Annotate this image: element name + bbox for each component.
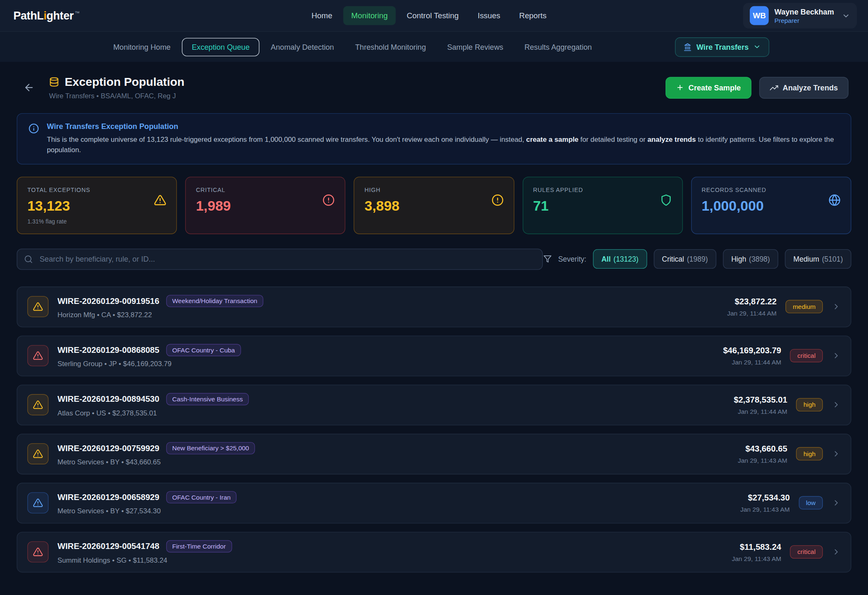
logo-text-pre: PathL	[13, 9, 44, 22]
row-subtitle: Metro Services • BY • $27,534.30	[57, 507, 237, 515]
row-right: $46,169,203.79 Jan 29, 11:44 AM critical	[723, 346, 841, 366]
create-sample-button[interactable]: Create Sample	[666, 77, 751, 98]
exception-row[interactable]: WIRE-20260129-00759929 New Beneficiary >…	[17, 433, 851, 474]
search-icon	[24, 255, 33, 264]
chip-label: High	[731, 255, 746, 263]
stat-sub: 1.31% flag rate	[27, 218, 166, 224]
amount: $27,534.30	[740, 493, 790, 503]
row-right: $11,583.24 Jan 29, 11:43 AM critical	[732, 542, 841, 562]
banner-bold-analyze-trends: analyze trends	[647, 136, 696, 143]
page-header: Exception Population Wire Transfers • BS…	[0, 62, 868, 111]
user-meta: Wayne Beckham Preparer	[774, 7, 834, 24]
subnav-threshold-monitoring[interactable]: Threshold Monitoring	[345, 38, 436, 56]
amount: $43,660.65	[738, 444, 787, 453]
amount: $23,872.22	[727, 296, 776, 306]
rule-tag: OFAC Country - Cuba	[166, 344, 241, 356]
chevron-right-icon[interactable]	[832, 547, 841, 556]
stat-cards: TOTAL EXCEPTIONS 13,123 1.31% flag rate …	[17, 177, 851, 234]
rule-tag: OFAC Country - Iran	[166, 491, 237, 503]
banner-bold-create-sample: create a sample	[526, 136, 578, 143]
row-subtitle: Metro Services • BY • $43,660.65	[57, 458, 255, 466]
warning-triangle-icon	[27, 492, 49, 513]
banner-text-2: for detailed testing or	[578, 136, 647, 143]
filter-icon	[543, 255, 551, 263]
search-input[interactable]	[17, 248, 543, 270]
exception-row[interactable]: WIRE-20260129-00541748 First-Time Corrid…	[17, 532, 851, 572]
primary-nav: Home Monitoring Control Testing Issues R…	[304, 6, 554, 25]
chevron-right-icon[interactable]	[832, 400, 841, 409]
page-subtitle: Wire Transfers • BSA/AML, OFAC, Reg J	[49, 92, 184, 100]
banner-title: Wire Transfers Exception Population	[47, 122, 840, 130]
stat-label: HIGH	[364, 186, 503, 192]
filter-chip-high[interactable]: High (3898)	[723, 249, 778, 269]
warning-triangle-icon	[27, 296, 49, 317]
chevron-right-icon[interactable]	[832, 351, 841, 360]
exception-row[interactable]: WIRE-20260129-00919516 Weekend/Holiday T…	[17, 286, 851, 327]
filter-chip-medium[interactable]: Medium (5101)	[785, 249, 851, 269]
create-sample-label: Create Sample	[688, 83, 741, 92]
nav-issues[interactable]: Issues	[470, 6, 508, 25]
avatar: WB	[750, 6, 769, 25]
info-banner: Wire Transfers Exception Population This…	[17, 113, 851, 164]
filter-chip-critical[interactable]: Critical (1989)	[653, 249, 716, 269]
user-menu[interactable]: WB Wayne Beckham Preparer	[743, 3, 857, 29]
chip-count: (5101)	[822, 255, 843, 263]
stat-total-exceptions: TOTAL EXCEPTIONS 13,123 1.31% flag rate	[17, 177, 177, 234]
row-right: $27,534.30 Jan 29, 11:43 AM low	[740, 493, 841, 513]
info-icon	[29, 123, 39, 155]
stat-rules-applied: RULES APPLIED 71	[522, 177, 683, 234]
subnav-monitoring-home[interactable]: Monitoring Home	[103, 38, 181, 56]
exception-row[interactable]: WIRE-20260129-00868085 OFAC Country - Cu…	[17, 335, 851, 376]
subnav-results-aggregation[interactable]: Results Aggregation	[514, 38, 602, 56]
exception-list: WIRE-20260129-00919516 Weekend/Holiday T…	[17, 286, 851, 572]
chevron-right-icon[interactable]	[832, 498, 841, 508]
app-logo[interactable]: PathLighter™	[13, 9, 79, 22]
row-main: WIRE-20260129-00541748 First-Time Corrid…	[57, 540, 232, 564]
row-main: WIRE-20260129-00868085 OFAC Country - Cu…	[57, 344, 241, 368]
nav-control-testing[interactable]: Control Testing	[399, 6, 466, 25]
nav-home[interactable]: Home	[304, 6, 340, 25]
banner-text: This is the complete universe of 13,123 …	[47, 134, 840, 155]
header-actions: Create Sample Analyze Trends	[666, 77, 848, 98]
wire-id: WIRE-20260129-00894530	[57, 394, 159, 404]
analyze-trends-button[interactable]: Analyze Trends	[759, 77, 848, 98]
scope-selector[interactable]: Wire Transfers	[675, 37, 769, 56]
trending-up-icon	[770, 83, 778, 92]
chevron-right-icon[interactable]	[832, 302, 841, 311]
row-subtitle: Sterling Group • JP • $46,169,203.79	[57, 360, 241, 368]
analyze-trends-label: Analyze Trends	[783, 83, 838, 92]
logo-text-post: ghter	[46, 9, 73, 22]
stat-value: 1,989	[196, 198, 335, 214]
back-button[interactable]	[19, 78, 39, 97]
amount: $2,378,535.01	[734, 395, 787, 404]
title-group: Exception Population Wire Transfers • BS…	[49, 75, 184, 100]
filter-chip-all[interactable]: All (13123)	[593, 249, 647, 269]
stat-label: TOTAL EXCEPTIONS	[27, 186, 166, 192]
subnav-exception-queue[interactable]: Exception Queue	[182, 38, 260, 56]
chevron-right-icon[interactable]	[832, 449, 841, 459]
chevron-down-icon	[842, 12, 850, 20]
warning-triangle-icon	[27, 345, 49, 366]
stat-label: RULES APPLIED	[533, 186, 672, 192]
wire-id: WIRE-20260129-00541748	[57, 542, 159, 551]
row-main: WIRE-20260129-00759929 New Beneficiary >…	[57, 442, 255, 466]
toolbar: Severity: All (13123) Critical (1989) Hi…	[17, 248, 851, 270]
chip-label: Critical	[662, 255, 684, 263]
subnav-sample-reviews[interactable]: Sample Reviews	[437, 38, 513, 56]
severity-badge: high	[796, 447, 823, 460]
plus-icon	[676, 84, 684, 92]
wire-id: WIRE-20260129-00759929	[57, 443, 159, 453]
warning-triangle-icon	[27, 542, 49, 563]
chip-count: (13123)	[614, 255, 639, 263]
chevron-down-icon	[753, 43, 761, 51]
wire-id: WIRE-20260129-00868085	[57, 345, 159, 355]
amount: $11,583.24	[732, 542, 781, 551]
subnav-anomaly-detection[interactable]: Anomaly Detection	[261, 38, 344, 56]
exception-row[interactable]: WIRE-20260129-00658929 OFAC Country - Ir…	[17, 483, 851, 523]
exception-row[interactable]: WIRE-20260129-00894530 Cash-Intensive Bu…	[17, 384, 851, 425]
rule-tag: Weekend/Holiday Transaction	[166, 295, 263, 307]
nav-monitoring[interactable]: Monitoring	[344, 6, 396, 25]
amount: $46,169,203.79	[723, 346, 781, 355]
nav-reports[interactable]: Reports	[511, 6, 554, 25]
bank-icon	[683, 43, 692, 51]
